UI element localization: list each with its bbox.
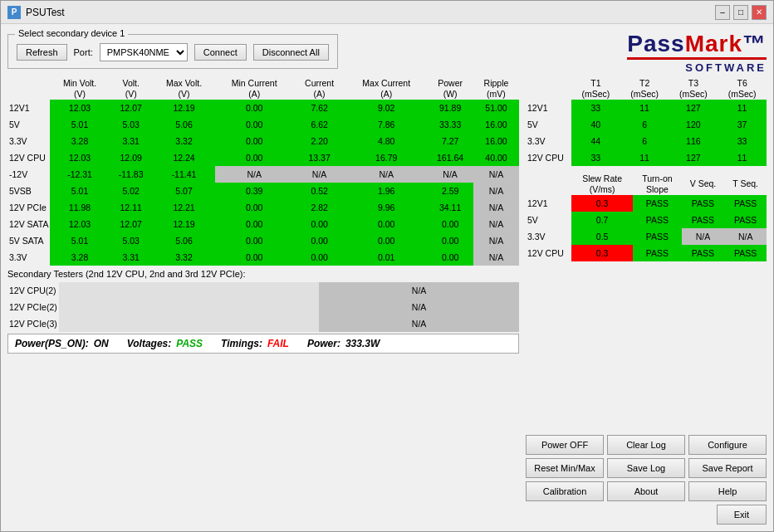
row-label: 3.3V <box>7 249 50 266</box>
table-cell: 0.39 <box>215 183 293 199</box>
table-cell: 2.20 <box>293 133 345 149</box>
power-off-button[interactable]: Power OFF <box>526 435 604 455</box>
col-min-current: Min Current(A) <box>215 77 293 100</box>
table-cell: 16.00 <box>473 116 519 133</box>
action-buttons: Power OFF Clear Log Configure Reset Min/… <box>526 435 767 525</box>
right-row-label: 5V <box>526 116 571 133</box>
table-cell <box>170 282 208 299</box>
minimize-button[interactable]: – <box>715 5 730 20</box>
title-bar: P PSUTest – □ ✕ <box>1 1 773 24</box>
top-section: Select secondary device 1 Refresh Port: … <box>7 31 767 74</box>
slew-cell: PASS <box>633 195 681 212</box>
save-report-button[interactable]: Save Report <box>688 458 767 478</box>
main-data-table: Min Volt.(V) Volt.(V) Max Volt.(V) Min C… <box>7 77 519 266</box>
table-cell: 34.11 <box>427 199 473 216</box>
slew-row-label: 12V1 <box>526 195 571 212</box>
port-select[interactable]: PMPSK40NME <box>100 43 188 61</box>
timing-cell: 33 <box>571 149 620 166</box>
row-label: 12V SATA <box>7 216 50 232</box>
table-cell <box>282 315 319 332</box>
table-cell: 2.59 <box>427 183 473 199</box>
status-bar: Power(PS_ON): ON Voltages: PASS Timings:… <box>7 334 519 354</box>
right-row-label: 3.3V <box>526 133 571 149</box>
device-controls: Refresh Port: PMPSK40NME Connect Disconn… <box>17 43 329 61</box>
app-icon: P <box>7 6 21 19</box>
table-cell: 33.33 <box>427 116 473 133</box>
table-cell <box>133 282 170 299</box>
timing-cell: 37 <box>718 116 767 133</box>
table-cell: 7.86 <box>345 116 427 133</box>
power-w-value: 333.3W <box>345 338 380 349</box>
exit-button[interactable]: Exit <box>717 505 767 525</box>
table-cell: 16.00 <box>473 133 519 149</box>
table-cell: N/A <box>293 166 345 183</box>
power-w-label: Power: <box>307 338 340 349</box>
save-log-button[interactable]: Save Log <box>607 458 685 478</box>
table-cell: 5.06 <box>153 116 216 133</box>
slew-cell: PASS <box>633 228 681 245</box>
table-cell: 0.00 <box>293 249 345 266</box>
refresh-button[interactable]: Refresh <box>17 44 67 61</box>
row-label: 12V CPU <box>7 149 50 166</box>
table-cell: 0.00 <box>215 116 293 133</box>
col-max-volt: Max Volt.(V) <box>153 77 216 100</box>
timing-cell: 11 <box>718 100 767 116</box>
maximize-button[interactable]: □ <box>733 5 748 20</box>
disconnect-button[interactable]: Disconnect All <box>253 44 329 61</box>
row-label: 12V1 <box>7 100 50 116</box>
table-cell <box>208 282 245 299</box>
table-cell: 40.00 <box>473 149 519 166</box>
help-button[interactable]: Help <box>688 481 767 501</box>
table-cell <box>208 315 245 332</box>
table-cell: 3.28 <box>50 133 109 149</box>
voltages-value: PASS <box>176 338 203 349</box>
table-cell: -11.83 <box>110 166 153 183</box>
timings-value: FAIL <box>267 338 289 349</box>
timing-cell: 44 <box>571 133 620 149</box>
timing-cell: 6 <box>620 133 669 149</box>
table-cell: 0.00 <box>215 232 293 249</box>
table-cell: 7.27 <box>427 133 473 149</box>
right-panel: T1(mSec) T2(mSec) T3(mSec) T6(mSec) 12V1… <box>526 77 767 525</box>
close-button[interactable]: ✕ <box>752 5 767 20</box>
table-cell: -12.31 <box>50 166 109 183</box>
table-cell: 9.96 <box>345 199 427 216</box>
slew-cell: 0.3 <box>571 195 633 212</box>
voltages-label: Voltages: <box>127 338 172 349</box>
table-cell: 0.00 <box>215 249 293 266</box>
slew-cell: N/A <box>682 228 725 245</box>
table-cell: 5.01 <box>50 232 109 249</box>
table-cell: 0.00 <box>215 100 293 116</box>
timing-table: T1(mSec) T2(mSec) T3(mSec) T6(mSec) 12V1… <box>526 77 767 166</box>
table-cell: N/A <box>427 166 473 183</box>
col-t6: T6(mSec) <box>718 77 767 100</box>
table-cell: 2.82 <box>293 199 345 216</box>
table-cell: 12.07 <box>110 100 153 116</box>
table-cell: 3.28 <box>50 249 109 266</box>
reset-minmax-button[interactable]: Reset Min/Max <box>526 458 604 478</box>
table-cell: 0.00 <box>215 133 293 149</box>
table-cell <box>245 282 282 299</box>
table-cell: 5.02 <box>110 183 153 199</box>
calibration-button[interactable]: Calibration <box>526 481 604 501</box>
table-cell <box>282 282 319 299</box>
slew-row-label: 12V CPU <box>526 245 571 261</box>
clear-log-button[interactable]: Clear Log <box>607 435 685 455</box>
table-cell <box>59 315 96 332</box>
table-cell: 5.06 <box>153 232 216 249</box>
connect-button[interactable]: Connect <box>194 44 247 61</box>
slew-cell: PASS <box>682 212 725 228</box>
timing-cell: 6 <box>620 116 669 133</box>
table-cell: 12.09 <box>110 149 153 166</box>
table-cell: 3.31 <box>110 249 153 266</box>
col-current: Current(A) <box>293 77 345 100</box>
table-cell: 12.03 <box>50 149 109 166</box>
timing-cell: 33 <box>718 133 767 149</box>
col-t3: T3(mSec) <box>669 77 718 100</box>
table-cell-na: N/A <box>319 299 519 315</box>
configure-button[interactable]: Configure <box>688 435 767 455</box>
table-cell-na: N/A <box>319 282 519 299</box>
about-button[interactable]: About <box>607 481 685 501</box>
table-cell <box>133 315 170 332</box>
table-cell: 0.00 <box>215 199 293 216</box>
